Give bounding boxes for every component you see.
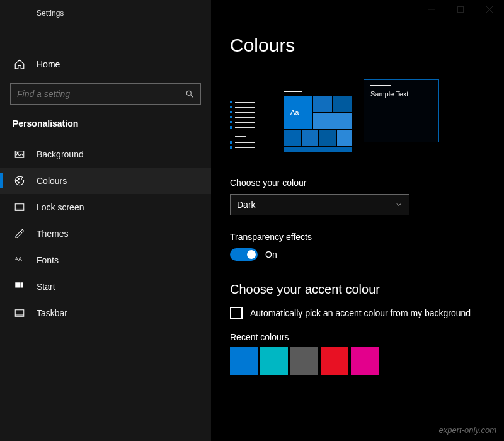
svg-rect-20	[458, 7, 464, 13]
svg-rect-2	[15, 151, 24, 158]
sidebar-item-background[interactable]: Background	[0, 141, 211, 168]
preview-taskbar	[230, 91, 274, 154]
recent-colours	[230, 347, 504, 375]
search-box[interactable]	[10, 83, 201, 105]
svg-rect-14	[15, 285, 18, 288]
main-panel: Colours Aa	[211, 0, 504, 441]
colour-swatch[interactable]	[290, 347, 318, 375]
svg-rect-11	[15, 282, 18, 285]
colour-swatch[interactable]	[351, 347, 379, 375]
svg-point-3	[17, 152, 18, 154]
chevron-down-icon	[395, 201, 403, 209]
choose-colour-label: Choose your colour	[230, 178, 504, 188]
transparency-state: On	[265, 249, 277, 260]
maximize-button[interactable]	[446, 0, 475, 19]
home-icon	[14, 59, 25, 70]
sidebar: Settings Home Personalisation	[0, 0, 211, 441]
sidebar-item-colours[interactable]: Colours	[0, 168, 211, 194]
nav-label: Taskbar	[37, 308, 67, 318]
colour-swatch[interactable]	[230, 347, 258, 375]
preview-row: Aa Sample Text	[230, 91, 504, 154]
svg-rect-16	[21, 285, 23, 288]
home-link[interactable]: Home	[0, 52, 211, 77]
home-label: Home	[37, 59, 60, 69]
sidebar-item-themes[interactable]: Themes	[0, 220, 211, 247]
recent-colours-label: Recent colours	[230, 332, 504, 342]
minimize-button[interactable]	[417, 0, 446, 19]
svg-point-4	[16, 180, 18, 181]
search-icon	[185, 89, 194, 98]
sidebar-item-lock-screen[interactable]: Lock screen	[0, 194, 211, 220]
nav-label: Fonts	[37, 255, 59, 265]
nav-label: Background	[37, 149, 84, 159]
svg-point-0	[186, 91, 191, 95]
lock-screen-icon	[14, 202, 25, 213]
svg-point-5	[18, 178, 20, 180]
colour-swatch[interactable]	[321, 347, 348, 375]
nav-label: Lock screen	[37, 202, 84, 212]
sidebar-item-fonts[interactable]: AA Fonts	[0, 247, 211, 273]
colour-mode-dropdown[interactable]: Dark	[230, 194, 410, 215]
nav-label: Themes	[37, 229, 69, 239]
preview-sample-text: Sample Text	[370, 90, 432, 98]
settings-window: Settings Home Personalisation	[0, 0, 504, 441]
svg-rect-8	[15, 209, 24, 210]
svg-text:A: A	[15, 256, 18, 261]
svg-point-6	[18, 182, 20, 183]
colour-mode-value: Dark	[237, 200, 256, 210]
preview-sample-window: Sample Text	[364, 79, 439, 142]
nav-label: Colours	[37, 176, 67, 186]
taskbar-icon	[14, 307, 25, 319]
preview-start: Aa	[284, 91, 353, 154]
svg-text:A: A	[18, 256, 22, 262]
sidebar-item-start[interactable]: Start	[0, 273, 211, 300]
svg-line-1	[191, 95, 193, 98]
titlebar: Settings	[0, 0, 211, 20]
search-input[interactable]	[17, 89, 168, 99]
svg-rect-13	[21, 282, 23, 285]
colour-swatch[interactable]	[260, 347, 288, 375]
accent-heading: Choose your accent colour	[230, 282, 504, 297]
app-title: Settings	[37, 9, 64, 18]
start-icon	[14, 281, 25, 292]
svg-rect-15	[18, 285, 21, 288]
svg-rect-12	[18, 282, 21, 285]
themes-icon	[14, 228, 25, 239]
fonts-icon: AA	[14, 255, 25, 266]
window-controls	[417, 0, 504, 19]
sidebar-item-taskbar[interactable]: Taskbar	[0, 300, 211, 326]
transparency-toggle[interactable]	[230, 248, 258, 261]
palette-icon	[14, 175, 25, 186]
svg-rect-17	[15, 310, 24, 317]
section-label: Personalisation	[13, 118, 211, 129]
image-icon	[14, 149, 25, 160]
nav-list: Background Colours Lock screen	[0, 141, 211, 326]
transparency-label: Transparency effects	[230, 232, 504, 242]
nav-label: Start	[37, 282, 55, 292]
close-button[interactable]	[475, 0, 504, 19]
auto-accent-label: Automatically pick an accent colour from…	[250, 308, 471, 318]
preview-aa: Aa	[290, 108, 299, 116]
page-title: Colours	[230, 35, 504, 56]
auto-accent-checkbox[interactable]	[230, 307, 243, 319]
watermark: expert-only.com	[438, 425, 496, 435]
